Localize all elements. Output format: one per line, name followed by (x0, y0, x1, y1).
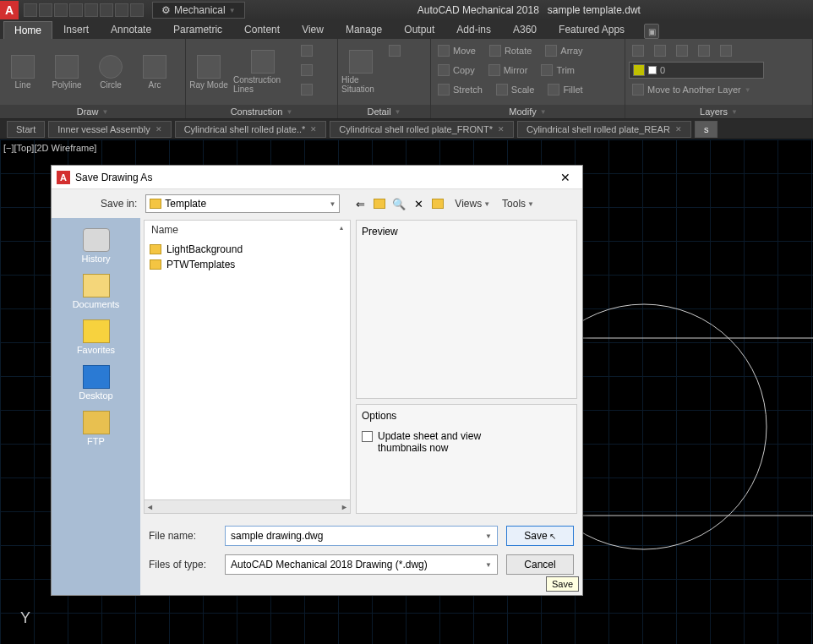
back-button[interactable]: ⇐ (352, 195, 368, 212)
delete-button[interactable]: ✕ (410, 195, 427, 212)
stretch-button[interactable]: Stretch (434, 81, 486, 98)
tab-addins[interactable]: Add-ins (445, 20, 502, 39)
search-web-button[interactable]: 🔍 (390, 195, 407, 212)
layer-btn-3[interactable] (673, 42, 691, 59)
chevron-down-icon: ▼ (229, 7, 236, 14)
ribbon-body: Line Polyline Circle Arc Draw ▼ Ray Mode… (0, 39, 813, 119)
move-button[interactable]: Move (434, 42, 479, 59)
detail-extra[interactable] (385, 42, 404, 59)
column-name[interactable]: Name (151, 224, 178, 236)
const-extra-2[interactable] (297, 62, 316, 79)
qat-plot-icon[interactable] (85, 3, 98, 17)
close-icon[interactable]: ✕ (498, 125, 505, 134)
qat-new-icon[interactable] (24, 3, 37, 17)
move-to-layer-button[interactable]: Move to Another Layer▼ (629, 81, 809, 98)
list-item[interactable]: LightBackground (150, 242, 345, 257)
list-item[interactable]: PTWTemplates (150, 257, 345, 272)
layer-btn-1[interactable] (629, 42, 647, 59)
views-dropdown[interactable]: Views ▼ (451, 196, 494, 211)
line-button[interactable]: Line (3, 42, 42, 101)
place-favorites[interactable]: Favorites (58, 316, 134, 358)
rotate-button[interactable]: Rotate (486, 42, 535, 59)
svg-rect-1 (555, 338, 813, 516)
mirror-button[interactable]: Mirror (485, 62, 532, 79)
trim-button[interactable]: Trim (537, 62, 578, 79)
constlines-icon (251, 50, 275, 74)
layer-btn-2[interactable] (651, 42, 669, 59)
app-icon[interactable]: A (0, 1, 19, 19)
close-button[interactable]: ✕ (554, 171, 577, 184)
file-type-label: Files of type: (149, 559, 225, 570)
doc-tab-3[interactable]: Cylindrical shell rolled plate_FRONT*✕ (330, 121, 514, 138)
place-desktop[interactable]: Desktop (58, 362, 134, 404)
doc-tab-5[interactable]: s (695, 121, 718, 138)
doc-tab-1[interactable]: Inner vessel Assembly✕ (48, 121, 171, 138)
qat-open-icon[interactable] (39, 3, 52, 17)
tab-parametric[interactable]: Parametric (162, 20, 233, 39)
viewport-label[interactable]: [−][Top][2D Wireframe] (3, 143, 96, 153)
doc-tab-2[interactable]: Cylindrical shell rolled plate..*✕ (175, 121, 327, 138)
array-button[interactable]: Array (542, 42, 586, 59)
layer-combo[interactable]: 0 (629, 62, 764, 79)
qat-undo-icon[interactable] (100, 3, 113, 17)
tab-output[interactable]: Output (393, 20, 445, 39)
ribbon-help-icon[interactable]: ▣ (644, 24, 659, 39)
window-title: AutoCAD Mechanical 2018 sample template.… (245, 4, 813, 16)
save-in-combo[interactable]: Template ▼ (145, 194, 340, 213)
y-axis-label: Y (20, 609, 30, 627)
layer-btn-5[interactable] (717, 42, 735, 59)
cancel-button[interactable]: Cancel (506, 554, 574, 575)
close-icon[interactable]: ✕ (675, 125, 682, 134)
const-extra-1[interactable] (297, 42, 316, 59)
file-name-input[interactable]: sample drawing.dwg▼ (225, 526, 498, 546)
doc-tab-start[interactable]: Start (7, 121, 45, 138)
qat-saveas-icon[interactable] (69, 3, 83, 17)
tools-dropdown[interactable]: Tools ▼ (499, 196, 537, 211)
up-folder-button[interactable] (371, 195, 388, 212)
qat-more-icon[interactable] (130, 3, 144, 17)
save-in-value: Template (165, 198, 206, 210)
polyline-button[interactable]: Polyline (47, 42, 86, 101)
place-history[interactable]: History (58, 225, 134, 267)
place-documents[interactable]: Documents (58, 270, 134, 313)
close-icon[interactable]: ✕ (310, 125, 317, 134)
tab-manage[interactable]: Manage (335, 20, 393, 39)
ribbon-tabs: Home Insert Annotate Parametric Content … (0, 20, 813, 39)
qat-save-icon[interactable] (54, 3, 68, 17)
ray-icon (197, 55, 221, 79)
close-icon[interactable]: ✕ (156, 125, 162, 134)
circle-button[interactable]: Circle (91, 42, 130, 101)
tab-content[interactable]: Content (233, 20, 291, 39)
save-button[interactable]: Save↖ (506, 526, 574, 546)
folder-icon (150, 199, 161, 209)
update-thumbnails-checkbox[interactable] (362, 431, 373, 442)
tab-featured[interactable]: Featured Apps (548, 20, 636, 39)
copy-button[interactable]: Copy (434, 62, 478, 79)
hidesit-button[interactable]: Hide Situation (341, 42, 380, 101)
const-extra-3[interactable] (297, 81, 316, 98)
tab-a360[interactable]: A360 (502, 20, 548, 39)
qat-redo-icon[interactable] (115, 3, 128, 17)
doc-tab-4[interactable]: Cylindrical shell rolled plate_REAR✕ (517, 121, 691, 138)
place-ftp[interactable]: FTP (58, 407, 134, 450)
file-type-combo[interactable]: AutoCAD Mechanical 2018 Drawing (*.dwg)▼ (225, 554, 498, 575)
scale-button[interactable]: Scale (493, 81, 538, 98)
tab-view[interactable]: View (291, 20, 335, 39)
tab-home[interactable]: Home (3, 21, 52, 39)
horizontal-scrollbar[interactable]: ◄► (145, 499, 350, 513)
dialog-titlebar[interactable]: A Save Drawing As ✕ (52, 166, 582, 189)
new-folder-button[interactable] (429, 195, 446, 212)
layer-btn-4[interactable] (695, 42, 713, 59)
preview-panel: Preview (356, 220, 577, 399)
tab-annotate[interactable]: Annotate (100, 20, 162, 39)
tab-insert[interactable]: Insert (52, 20, 100, 39)
constlines-button[interactable]: Construction Lines (233, 42, 292, 101)
workspace-dropdown[interactable]: ⚙ Mechanical ▼ (152, 2, 245, 19)
raymode-button[interactable]: Ray Mode (189, 42, 228, 101)
favorites-icon (83, 319, 110, 343)
update-thumbnails-label: Update sheet and view thumbnails now (378, 430, 488, 454)
save-tooltip: Save (546, 576, 579, 592)
file-list[interactable]: Name▴ LightBackground PTWTemplates ◄► (144, 220, 351, 514)
arc-button[interactable]: Arc (135, 42, 174, 101)
fillet-button[interactable]: Fillet (544, 81, 586, 98)
